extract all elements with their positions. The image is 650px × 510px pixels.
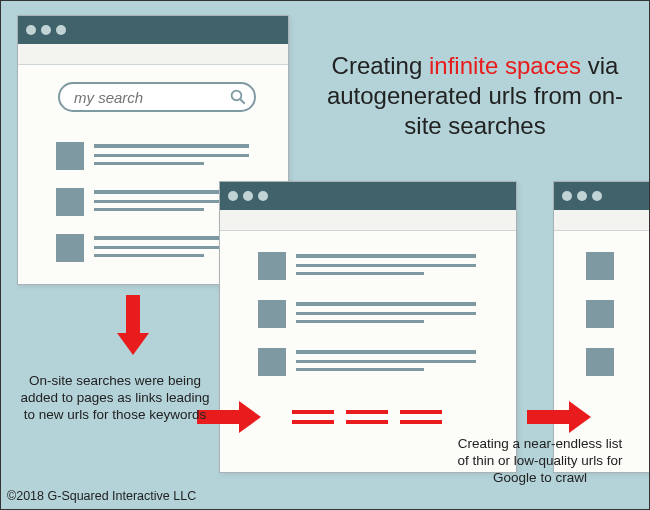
result-line [296,272,424,275]
search-icon[interactable] [222,84,254,110]
result-line [296,320,424,323]
result-thumb [586,300,614,328]
result-line [296,360,476,363]
headline: Creating infinite spaces via autogenerat… [325,51,625,141]
browser-window-2 [219,181,517,473]
window-dot-icon [26,25,36,35]
search-field[interactable] [58,82,256,112]
window-titlebar [220,182,516,210]
window-dot-icon [577,191,587,201]
result-thumb [258,300,286,328]
svg-line-1 [240,99,245,104]
address-bar [220,210,516,231]
svg-point-0 [232,91,242,101]
result-line [94,144,249,148]
result-line [296,302,476,306]
result-line [296,350,476,354]
window-dot-icon [228,191,238,201]
caption-2: Creating a near-endless list of thin or … [455,436,625,487]
window-titlebar [18,16,288,44]
result-line [296,264,476,267]
result-line [296,254,476,258]
result-line [94,208,204,211]
result-line [94,162,204,165]
result-line [296,368,424,371]
result-line [296,312,476,315]
address-bar [18,44,288,65]
result-thumb [258,348,286,376]
generated-link [346,410,388,414]
browser-window-3 [553,181,650,473]
headline-highlight: infinite spaces [429,52,581,79]
result-thumb [56,142,84,170]
window-dot-icon [562,191,572,201]
generated-link [292,410,334,414]
result-thumb [258,252,286,280]
window-dot-icon [258,191,268,201]
generated-link [346,420,388,424]
window-titlebar [554,182,650,210]
generated-link [292,420,334,424]
window-dot-icon [243,191,253,201]
result-line [94,154,249,157]
caption-1: On-site searches were being added to pag… [15,373,215,424]
address-bar [554,210,650,231]
search-input[interactable] [72,88,196,107]
copyright: ©2018 G-Squared Interactive LLC [7,489,196,503]
result-thumb [586,252,614,280]
window-dot-icon [56,25,66,35]
result-thumb [56,188,84,216]
result-thumb [586,348,614,376]
result-thumb [56,234,84,262]
window-dot-icon [592,191,602,201]
generated-link [400,410,442,414]
result-line [94,254,204,257]
window-dot-icon [41,25,51,35]
generated-link [400,420,442,424]
headline-pre: Creating [332,52,429,79]
